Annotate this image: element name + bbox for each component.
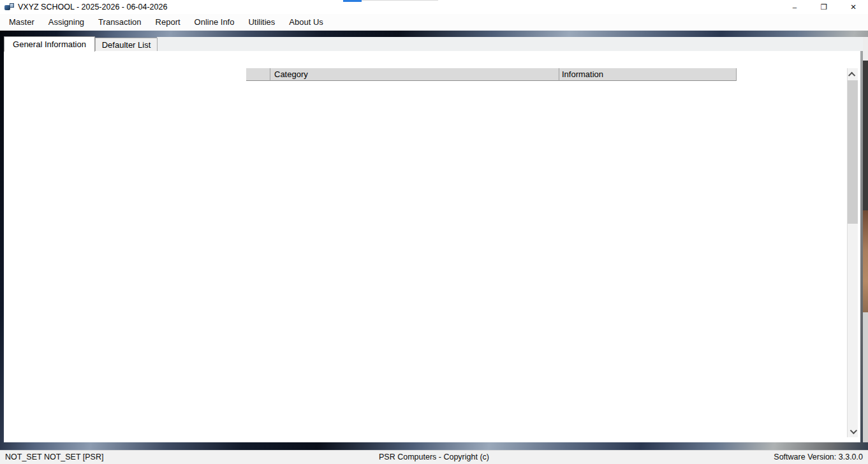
scroll-up-button[interactable] xyxy=(848,69,858,80)
behind-window-strip xyxy=(863,61,868,210)
grid-corner-cell xyxy=(246,68,270,81)
menu-item-report[interactable]: Report xyxy=(149,15,188,29)
chevron-up-icon xyxy=(848,71,855,78)
behind-window-strip xyxy=(863,210,868,312)
status-copyright-text: PSR Computers - Copyright (c) xyxy=(0,453,868,461)
grid-scrollbar[interactable] xyxy=(847,68,858,437)
app-icon xyxy=(4,3,14,11)
maximize-button[interactable]: ❐ xyxy=(809,0,839,14)
scroll-down-button[interactable] xyxy=(848,426,858,437)
window-titlebar: VXYZ SCHOOL - 2025-2026 - 06-04-2026 – ❐… xyxy=(0,0,868,14)
application-window: VXYZ SCHOOL - 2025-2026 - 06-04-2026 – ❐… xyxy=(0,0,868,464)
tab-defaulter-list[interactable]: Defaulter List xyxy=(95,38,158,51)
grid-header-row: Category Information xyxy=(246,68,737,81)
column-header-category[interactable]: Category xyxy=(270,68,559,81)
window-controls: – ❐ ✕ xyxy=(780,0,868,14)
background-window-sliver xyxy=(343,0,362,2)
tab-general-information[interactable]: General Information xyxy=(4,36,95,52)
behind-window-strip xyxy=(863,37,868,61)
status-version-text: Software Version: 3.3.0.0 xyxy=(774,453,863,461)
scrollbar-thumb[interactable] xyxy=(848,80,858,224)
menu-bar: MasterAssigningTransactionReportOnline I… xyxy=(0,14,868,31)
status-bar: NOT_SET NOT_SET [PSR] PSR Computers - Co… xyxy=(0,450,868,464)
tab-strip xyxy=(157,37,864,51)
background-window-hairline xyxy=(362,0,438,1)
window-title: VXYZ SCHOOL - 2025-2026 - 06-04-2026 xyxy=(18,3,167,11)
column-header-information[interactable]: Information xyxy=(559,68,737,81)
minimize-button[interactable]: – xyxy=(780,0,809,14)
tab-page xyxy=(4,51,860,442)
close-button[interactable]: ✕ xyxy=(839,0,868,14)
menu-item-assigning[interactable]: Assigning xyxy=(41,15,91,29)
menu-item-utilities[interactable]: Utilities xyxy=(241,15,282,29)
chevron-down-icon xyxy=(850,426,857,433)
behind-window-strip xyxy=(863,312,868,442)
menu-item-master[interactable]: Master xyxy=(2,15,41,29)
menu-item-about-us[interactable]: About Us xyxy=(282,15,330,29)
menu-item-transaction[interactable]: Transaction xyxy=(91,15,148,29)
menu-item-online-info[interactable]: Online Info xyxy=(188,15,242,29)
